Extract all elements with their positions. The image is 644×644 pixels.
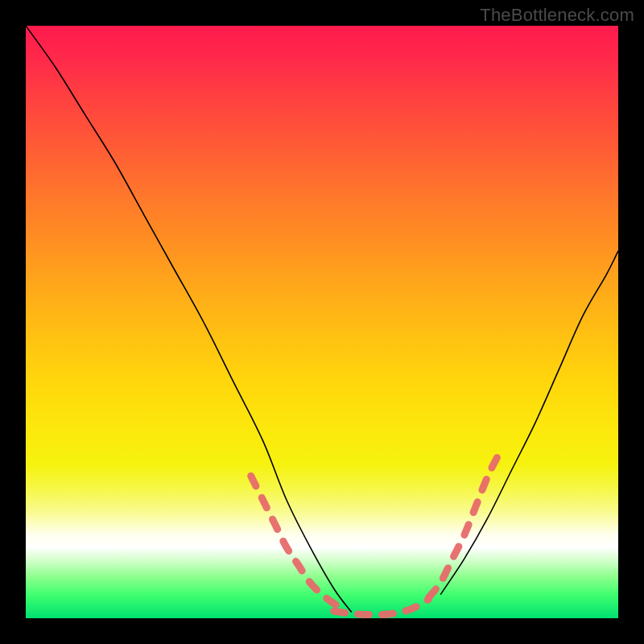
- watermark-label: TheBottleneck.com: [480, 5, 634, 26]
- chart-frame: TheBottleneck.com: [0, 0, 644, 644]
- plot-svg: [26, 26, 618, 618]
- series-curve-right-solid: [440, 251, 618, 595]
- series-left-shoulder-dashed: [251, 476, 346, 609]
- series-curve-left: [26, 26, 352, 613]
- series-right-shoulder-dashed: [428, 452, 499, 597]
- plot-area: [26, 26, 618, 618]
